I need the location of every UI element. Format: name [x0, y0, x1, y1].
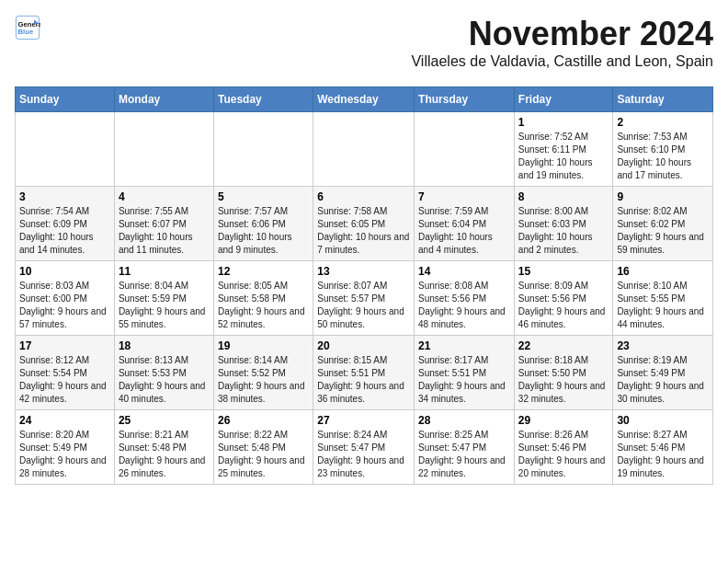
day-number: 26 [218, 414, 309, 427]
calendar-day-cell: 11Sunrise: 8:04 AM Sunset: 5:59 PM Dayli… [114, 261, 213, 336]
day-number: 17 [19, 339, 110, 352]
day-info: Sunrise: 8:24 AM Sunset: 5:47 PM Dayligh… [317, 429, 410, 480]
calendar-day-cell: 19Sunrise: 8:14 AM Sunset: 5:52 PM Dayli… [213, 336, 313, 410]
logo: General Blue [15, 15, 42, 40]
day-number: 13 [317, 265, 410, 278]
location-title: Villaeles de Valdavia, Castille and Leon… [411, 53, 713, 70]
calendar-day-cell: 27Sunrise: 8:24 AM Sunset: 5:47 PM Dayli… [313, 410, 415, 485]
day-info: Sunrise: 8:02 AM Sunset: 6:02 PM Dayligh… [617, 205, 709, 257]
day-number: 29 [518, 414, 609, 427]
calendar-day-cell: 21Sunrise: 8:17 AM Sunset: 5:51 PM Dayli… [415, 336, 515, 410]
day-info: Sunrise: 7:54 AM Sunset: 6:09 PM Dayligh… [19, 205, 110, 257]
day-info: Sunrise: 8:14 AM Sunset: 5:52 PM Dayligh… [218, 354, 309, 406]
day-info: Sunrise: 8:07 AM Sunset: 5:57 PM Dayligh… [317, 280, 410, 331]
day-info: Sunrise: 8:03 AM Sunset: 6:00 PM Dayligh… [19, 280, 110, 331]
day-number: 11 [119, 265, 210, 278]
day-number: 8 [518, 190, 609, 203]
calendar-day-cell: 6Sunrise: 7:58 AM Sunset: 6:05 PM Daylig… [313, 187, 415, 261]
calendar-day-cell: 7Sunrise: 7:59 AM Sunset: 6:04 PM Daylig… [415, 187, 515, 261]
title-section: November 2024 Villaeles de Valdavia, Cas… [411, 15, 713, 77]
day-info: Sunrise: 8:08 AM Sunset: 5:56 PM Dayligh… [418, 280, 510, 331]
calendar-week-row: 24Sunrise: 8:20 AM Sunset: 5:49 PM Dayli… [16, 410, 713, 485]
calendar-week-row: 1Sunrise: 7:52 AM Sunset: 6:11 PM Daylig… [16, 112, 713, 187]
day-number: 22 [518, 339, 609, 352]
day-info: Sunrise: 8:20 AM Sunset: 5:49 PM Dayligh… [19, 429, 110, 480]
day-number: 2 [617, 116, 709, 129]
day-info: Sunrise: 8:00 AM Sunset: 6:03 PM Dayligh… [518, 205, 609, 257]
day-info: Sunrise: 7:59 AM Sunset: 6:04 PM Dayligh… [418, 205, 510, 257]
month-title: November 2024 [411, 15, 713, 53]
day-info: Sunrise: 8:22 AM Sunset: 5:48 PM Dayligh… [218, 429, 309, 480]
calendar-week-row: 3Sunrise: 7:54 AM Sunset: 6:09 PM Daylig… [16, 187, 713, 261]
weekday-header-cell: Wednesday [313, 87, 415, 112]
day-info: Sunrise: 8:13 AM Sunset: 5:53 PM Dayligh… [119, 354, 210, 406]
calendar-day-cell: 25Sunrise: 8:21 AM Sunset: 5:48 PM Dayli… [114, 410, 213, 485]
day-info: Sunrise: 8:21 AM Sunset: 5:48 PM Dayligh… [119, 429, 210, 480]
day-info: Sunrise: 8:19 AM Sunset: 5:49 PM Dayligh… [617, 354, 709, 406]
weekday-header-cell: Monday [114, 87, 213, 112]
day-info: Sunrise: 7:52 AM Sunset: 6:11 PM Dayligh… [518, 131, 609, 182]
day-number: 6 [317, 190, 410, 203]
day-number: 10 [19, 265, 110, 278]
day-info: Sunrise: 8:04 AM Sunset: 5:59 PM Dayligh… [119, 280, 210, 331]
day-number: 24 [19, 414, 110, 427]
weekday-header-cell: Sunday [16, 87, 115, 112]
weekday-header-cell: Tuesday [213, 87, 313, 112]
calendar-day-cell: 23Sunrise: 8:19 AM Sunset: 5:49 PM Dayli… [613, 336, 713, 410]
day-info: Sunrise: 7:57 AM Sunset: 6:06 PM Dayligh… [218, 205, 309, 257]
day-number: 5 [218, 190, 309, 203]
weekday-header-cell: Friday [514, 87, 613, 112]
day-number: 14 [418, 265, 510, 278]
calendar-day-cell: 12Sunrise: 8:05 AM Sunset: 5:58 PM Dayli… [213, 261, 313, 336]
calendar-day-cell: 3Sunrise: 7:54 AM Sunset: 6:09 PM Daylig… [16, 187, 115, 261]
day-number: 19 [218, 339, 309, 352]
day-number: 23 [617, 339, 709, 352]
calendar-day-cell: 18Sunrise: 8:13 AM Sunset: 5:53 PM Dayli… [114, 336, 213, 410]
svg-text:Blue: Blue [18, 28, 34, 36]
calendar-day-cell [415, 112, 515, 187]
day-number: 20 [317, 339, 410, 352]
day-info: Sunrise: 8:27 AM Sunset: 5:46 PM Dayligh… [617, 429, 709, 480]
calendar-day-cell [213, 112, 313, 187]
day-info: Sunrise: 7:55 AM Sunset: 6:07 PM Dayligh… [119, 205, 210, 257]
day-info: Sunrise: 8:10 AM Sunset: 5:55 PM Dayligh… [617, 280, 709, 331]
calendar-day-cell: 8Sunrise: 8:00 AM Sunset: 6:03 PM Daylig… [514, 187, 613, 261]
day-info: Sunrise: 7:58 AM Sunset: 6:05 PM Dayligh… [317, 205, 410, 257]
weekday-header-cell: Thursday [415, 87, 515, 112]
weekday-header-row: SundayMondayTuesdayWednesdayThursdayFrid… [16, 87, 713, 112]
day-info: Sunrise: 8:17 AM Sunset: 5:51 PM Dayligh… [418, 354, 510, 406]
calendar-day-cell: 1Sunrise: 7:52 AM Sunset: 6:11 PM Daylig… [514, 112, 613, 187]
calendar-day-cell: 22Sunrise: 8:18 AM Sunset: 5:50 PM Dayli… [514, 336, 613, 410]
calendar-day-cell: 28Sunrise: 8:25 AM Sunset: 5:47 PM Dayli… [415, 410, 515, 485]
calendar-day-cell: 5Sunrise: 7:57 AM Sunset: 6:06 PM Daylig… [213, 187, 313, 261]
calendar-day-cell: 9Sunrise: 8:02 AM Sunset: 6:02 PM Daylig… [613, 187, 713, 261]
calendar-table: SundayMondayTuesdayWednesdayThursdayFrid… [15, 86, 713, 485]
day-number: 18 [119, 339, 210, 352]
calendar-day-cell: 16Sunrise: 8:10 AM Sunset: 5:55 PM Dayli… [613, 261, 713, 336]
day-info: Sunrise: 8:25 AM Sunset: 5:47 PM Dayligh… [418, 429, 510, 480]
calendar-day-cell: 4Sunrise: 7:55 AM Sunset: 6:07 PM Daylig… [114, 187, 213, 261]
day-number: 3 [19, 190, 110, 203]
calendar-day-cell: 29Sunrise: 8:26 AM Sunset: 5:46 PM Dayli… [514, 410, 613, 485]
day-info: Sunrise: 8:18 AM Sunset: 5:50 PM Dayligh… [518, 354, 609, 406]
calendar-day-cell: 10Sunrise: 8:03 AM Sunset: 6:00 PM Dayli… [16, 261, 115, 336]
calendar-week-row: 17Sunrise: 8:12 AM Sunset: 5:54 PM Dayli… [16, 336, 713, 410]
svg-text:General: General [18, 20, 41, 29]
day-number: 30 [617, 414, 709, 427]
day-number: 7 [418, 190, 510, 203]
day-number: 21 [418, 339, 510, 352]
calendar-day-cell: 26Sunrise: 8:22 AM Sunset: 5:48 PM Dayli… [213, 410, 313, 485]
calendar-day-cell: 13Sunrise: 8:07 AM Sunset: 5:57 PM Dayli… [313, 261, 415, 336]
calendar-day-cell: 14Sunrise: 8:08 AM Sunset: 5:56 PM Dayli… [415, 261, 515, 336]
day-info: Sunrise: 8:12 AM Sunset: 5:54 PM Dayligh… [19, 354, 110, 406]
day-info: Sunrise: 8:09 AM Sunset: 5:56 PM Dayligh… [518, 280, 609, 331]
calendar-day-cell: 30Sunrise: 8:27 AM Sunset: 5:46 PM Dayli… [613, 410, 713, 485]
calendar-day-cell [114, 112, 213, 187]
calendar-week-row: 10Sunrise: 8:03 AM Sunset: 6:00 PM Dayli… [16, 261, 713, 336]
calendar-body: 1Sunrise: 7:52 AM Sunset: 6:11 PM Daylig… [16, 112, 713, 485]
calendar-day-cell: 17Sunrise: 8:12 AM Sunset: 5:54 PM Dayli… [16, 336, 115, 410]
day-number: 28 [418, 414, 510, 427]
calendar-day-cell [16, 112, 115, 187]
calendar-day-cell: 15Sunrise: 8:09 AM Sunset: 5:56 PM Dayli… [514, 261, 613, 336]
logo-icon: General Blue [15, 15, 40, 40]
